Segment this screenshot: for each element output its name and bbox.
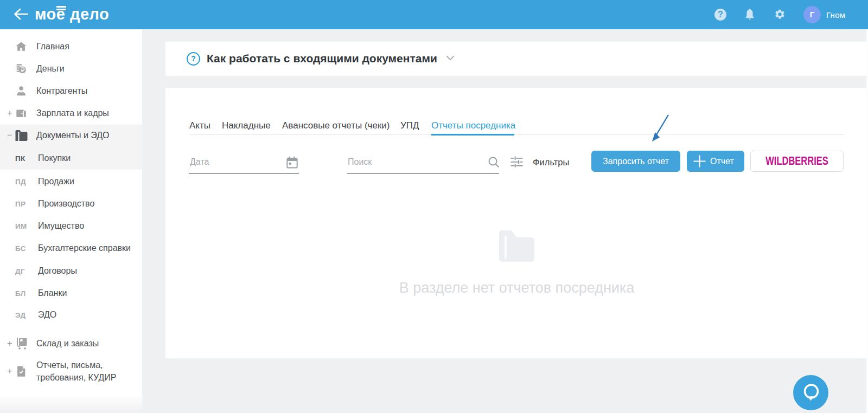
svg-text:Отчет: Отчет (710, 157, 734, 166)
